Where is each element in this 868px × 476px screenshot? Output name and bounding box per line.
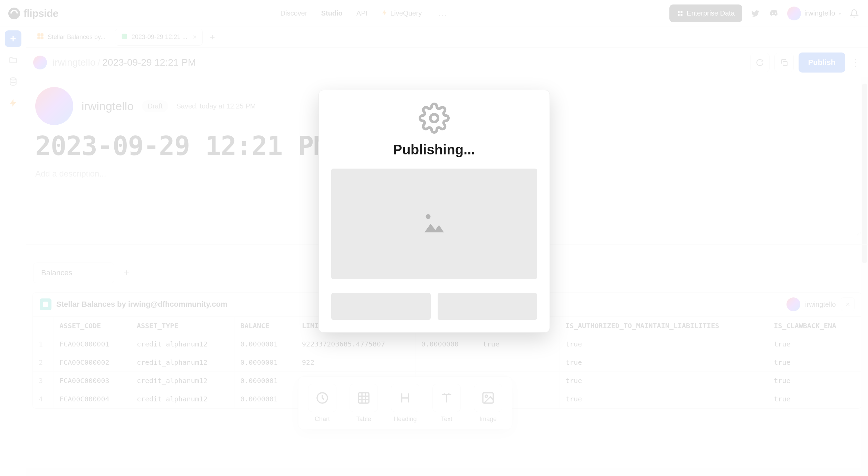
modal-title: Publishing...: [331, 142, 537, 158]
svg-point-16: [430, 114, 438, 122]
publishing-modal: Publishing...: [318, 90, 550, 333]
gear-icon: [419, 103, 450, 134]
modal-overlay[interactable]: Publishing...: [0, 0, 868, 476]
modal-skeleton-bars: [331, 293, 537, 320]
modal-image-placeholder: [331, 169, 537, 279]
skeleton-bar: [331, 293, 431, 320]
skeleton-bar: [438, 293, 537, 320]
